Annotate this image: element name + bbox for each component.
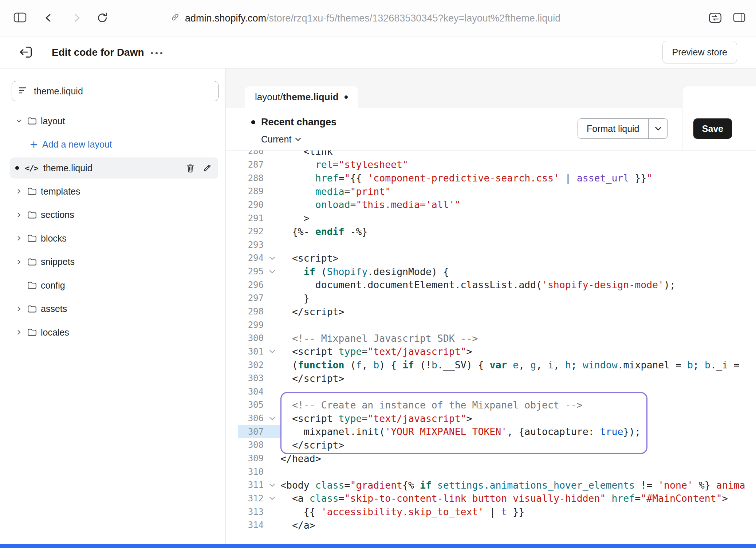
sidebar-item-assets[interactable]: assets bbox=[0, 297, 225, 321]
code-line[interactable]: 299 bbox=[226, 318, 756, 332]
code-line[interactable]: 303 </script> bbox=[226, 372, 756, 385]
sidebar-item-layout[interactable]: layout bbox=[0, 109, 225, 133]
address-bar[interactable]: admin.shopify.com/store/rzq1xu-f5/themes… bbox=[170, 0, 560, 36]
file-search[interactable] bbox=[12, 81, 218, 101]
code-line[interactable]: 297 } bbox=[226, 291, 756, 305]
code-line[interactable]: 312 <a class="skip-to-content-link butto… bbox=[226, 492, 756, 505]
fold-chevron-icon[interactable] bbox=[264, 349, 280, 353]
sidebar-toggle-icon[interactable] bbox=[13, 12, 27, 23]
code-line[interactable]: 292 {%- endif -%} bbox=[226, 225, 756, 238]
sidebar-item-label: sections bbox=[41, 210, 74, 220]
code-line[interactable]: 291 > bbox=[226, 211, 756, 225]
code-line[interactable]: 294 <script> bbox=[226, 251, 756, 265]
exit-editor-button[interactable] bbox=[18, 45, 34, 60]
code-line[interactable]: 290 onload="this.media='all'" bbox=[226, 198, 756, 212]
chevron-down-icon[interactable] bbox=[649, 119, 668, 138]
code-line[interactable]: 300 <!-- Mixpanel Javascript SDK --> bbox=[226, 332, 756, 345]
gutter: 287 bbox=[238, 158, 280, 172]
save-button[interactable]: Save bbox=[693, 118, 732, 139]
chevron-right-icon[interactable] bbox=[16, 306, 27, 312]
chevron-right-icon[interactable] bbox=[16, 212, 27, 218]
version-dropdown[interactable]: Current bbox=[261, 134, 301, 145]
sidebar-item-label: assets bbox=[41, 304, 67, 314]
preview-store-button[interactable]: Preview store bbox=[662, 41, 737, 63]
code-text: <body class="gradient{% if settings.anim… bbox=[280, 480, 745, 491]
code-line[interactable]: 305 <!-- Create an instance of the Mixpa… bbox=[226, 398, 756, 412]
folder-icon bbox=[27, 281, 41, 290]
add-new-layout-button[interactable]: Add a new layout bbox=[0, 133, 225, 157]
code-line[interactable]: 289 media="print" bbox=[226, 185, 756, 198]
chevron-down-icon[interactable] bbox=[16, 118, 27, 124]
code-line[interactable]: 306 <script type="text/javascript"> bbox=[226, 412, 756, 425]
search-input[interactable] bbox=[34, 86, 212, 97]
rename-file-icon[interactable] bbox=[198, 163, 215, 173]
sidebar-item-blocks[interactable]: blocks bbox=[0, 227, 225, 250]
code-line[interactable]: 313 {{ 'accessibility.skip_to_text' | t … bbox=[226, 505, 756, 518]
code-text: <script type="text/javascript"> bbox=[280, 346, 472, 357]
editor-toolbar: Recent changes Current Format liquid bbox=[226, 108, 682, 150]
forward-icon[interactable] bbox=[71, 12, 82, 23]
line-number: 296 bbox=[238, 280, 264, 290]
code-line[interactable]: 288 href="{{ 'component-predictive-searc… bbox=[226, 171, 756, 185]
line-number: 304 bbox=[238, 387, 264, 397]
line-number: 305 bbox=[238, 400, 264, 410]
code-text: <!-- Mixpanel Javascript SDK --> bbox=[280, 333, 478, 344]
code-line[interactable]: 307 mixpanel.init('YOUR_MIXPANEL_TOKEN',… bbox=[226, 425, 756, 438]
code-line[interactable]: 295 if (Shopify.designMode) { bbox=[226, 265, 756, 278]
gutter: 297 bbox=[238, 291, 280, 305]
more-actions-button[interactable] bbox=[151, 51, 162, 55]
code-line[interactable]: 311<body class="gradient{% if settings.a… bbox=[226, 478, 756, 492]
code-text: </script> bbox=[280, 306, 344, 317]
fold-chevron-icon[interactable] bbox=[264, 496, 280, 500]
save-panel: Save bbox=[682, 86, 756, 150]
code-line[interactable]: 309</head> bbox=[226, 452, 756, 465]
sidebar-item-snippets[interactable]: snippets bbox=[0, 250, 225, 274]
chevron-right-icon[interactable] bbox=[16, 235, 27, 241]
url-path: /store/rzq1xu-f5/themes/132683530345?key… bbox=[266, 13, 560, 24]
code-line[interactable]: 310 bbox=[226, 465, 756, 478]
gutter: 293 bbox=[238, 238, 280, 251]
code-line[interactable]: 308 </script> bbox=[226, 438, 756, 452]
code-text: href="{{ 'component-predictive-search.cs… bbox=[280, 172, 652, 184]
right-panel-icon[interactable] bbox=[733, 12, 746, 23]
code-line[interactable]: 302 (function (f, b) { if (!b.__SV) { va… bbox=[226, 358, 756, 372]
sidebar-item-config[interactable]: config bbox=[0, 274, 225, 297]
tab-theme-liquid[interactable]: layout/theme.liquid bbox=[245, 86, 358, 108]
fold-chevron-icon[interactable] bbox=[264, 483, 280, 487]
sidebar-item-templates[interactable]: templates bbox=[0, 180, 225, 203]
extensions-icon[interactable] bbox=[708, 12, 722, 24]
gutter: 288 bbox=[238, 171, 280, 185]
code-line[interactable]: 304 bbox=[226, 385, 756, 399]
browser-toolbar: admin.shopify.com/store/rzq1xu-f5/themes… bbox=[0, 0, 756, 36]
code-text: media="print" bbox=[280, 186, 391, 197]
code-line[interactable]: 298 </script> bbox=[226, 305, 756, 318]
chevron-right-icon[interactable] bbox=[16, 259, 27, 265]
sidebar-item-theme-liquid[interactable]: </>theme.liquid bbox=[10, 157, 218, 179]
fold-chevron-icon[interactable] bbox=[264, 270, 280, 274]
code-text: <!-- Create an instance of the Mixpanel … bbox=[280, 399, 583, 411]
code-line[interactable]: 296 document.documentElement.classList.a… bbox=[226, 278, 756, 291]
chevron-right-icon[interactable] bbox=[16, 329, 27, 335]
fold-chevron-icon[interactable] bbox=[264, 416, 280, 420]
chevron-right-icon[interactable] bbox=[16, 188, 27, 194]
gutter: 294 bbox=[238, 251, 280, 265]
sidebar-item-sections[interactable]: sections bbox=[0, 203, 225, 227]
folder-icon bbox=[27, 187, 41, 196]
fold-chevron-icon[interactable] bbox=[264, 256, 280, 260]
reload-icon[interactable] bbox=[96, 12, 109, 24]
folder-icon bbox=[27, 328, 41, 337]
code-line[interactable]: 286 <link bbox=[226, 150, 756, 158]
delete-file-icon[interactable] bbox=[182, 163, 198, 173]
code-editor[interactable]: 286 <link287 rel="stylesheet"288 href="{… bbox=[226, 150, 756, 544]
gutter: 299 bbox=[238, 318, 280, 332]
back-icon[interactable] bbox=[43, 12, 54, 23]
format-liquid-button[interactable]: Format liquid bbox=[578, 118, 668, 139]
code-line[interactable]: 287 rel="stylesheet" bbox=[226, 158, 756, 172]
sidebar-item-locales[interactable]: locales bbox=[0, 321, 225, 344]
code-line[interactable]: 314 </a> bbox=[226, 518, 756, 532]
code-line[interactable]: 293 bbox=[226, 238, 756, 251]
folder-icon bbox=[27, 305, 41, 313]
folder-icon bbox=[27, 117, 41, 125]
code-line[interactable]: 301 <script type="text/javascript"> bbox=[226, 345, 756, 359]
filter-icon bbox=[19, 86, 28, 96]
